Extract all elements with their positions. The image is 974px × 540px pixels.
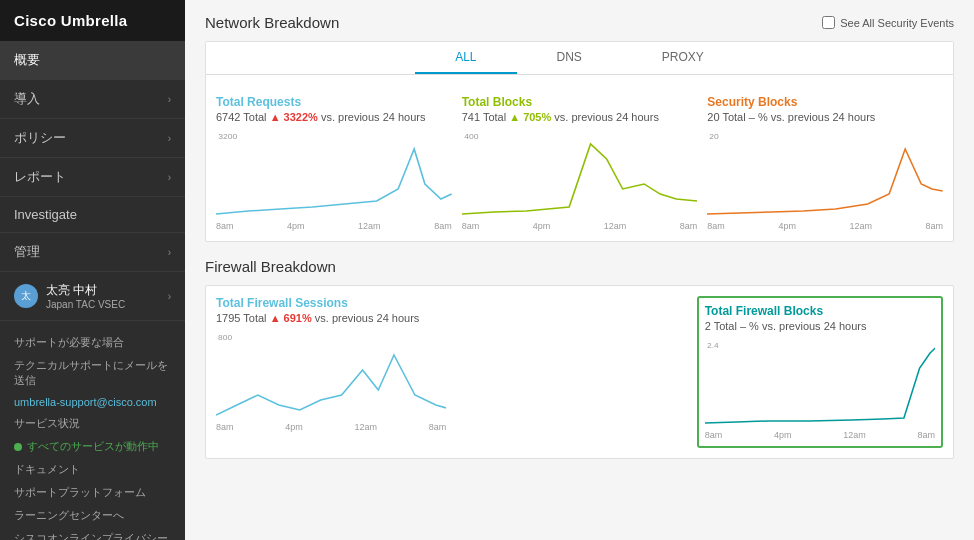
chart-xaxis-blocks: 8am 4pm 12am 8am (462, 219, 698, 231)
chart-stat-security: 20 Total – % vs. previous 24 hours (707, 111, 943, 123)
service-status: すべてのサービスが動作中 (14, 435, 171, 458)
privacy-link[interactable]: シスコオンラインプライバシーステートメント (14, 527, 171, 540)
chart-security-blocks: Security Blocks 20 Total – % vs. previou… (707, 95, 943, 231)
chart-xaxis-security: 8am 4pm 12am 8am (707, 219, 943, 231)
sidebar: Cisco Umbrella 概要 導入 › ポリシー › レポート › Inv… (0, 0, 185, 540)
chart-total-requests: Total Requests 6742 Total ▲ 3322% vs. pr… (216, 95, 452, 231)
avatar: 太 (14, 284, 38, 308)
sidebar-logo: Cisco Umbrella (0, 0, 185, 41)
chart-area-fw-sessions: 800 (216, 330, 446, 420)
technical-support-link[interactable]: テクニカルサポートにメールを送信 (14, 354, 171, 392)
chart-firewall-sessions: Total Firewall Sessions 1795 Total ▲ 691… (216, 296, 446, 448)
network-charts-grid: Total Requests 6742 Total ▲ 3322% vs. pr… (206, 85, 953, 231)
chart-area-security: 20 (707, 129, 943, 219)
firewall-breakdown-title: Firewall Breakdown (205, 258, 336, 275)
chart-spacer (456, 296, 686, 448)
chart-area-requests: 3200 (216, 129, 452, 219)
chart-stat-requests: 6742 Total ▲ 3322% vs. previous 24 hours (216, 111, 452, 123)
sidebar-item-admin[interactable]: 管理 › (0, 233, 185, 272)
learning-center-link[interactable]: ラーニングセンターへ (14, 504, 171, 527)
tab-dns[interactable]: DNS (517, 42, 622, 74)
sidebar-footer: サポートが必要な場合 テクニカルサポートにメールを送信 umbrella-sup… (0, 321, 185, 540)
svg-text:3200: 3200 (218, 132, 237, 141)
chart-label-security: Security Blocks (707, 95, 943, 109)
chevron-right-icon: › (168, 247, 171, 258)
chart-stat-blocks: 741 Total ▲ 705% vs. previous 24 hours (462, 111, 698, 123)
sidebar-user[interactable]: 太 太亮 中村 Japan TAC VSEC › (0, 272, 185, 321)
user-info: 太亮 中村 Japan TAC VSEC (46, 282, 168, 310)
chevron-right-icon: › (168, 94, 171, 105)
svg-text:20: 20 (709, 132, 719, 141)
see-all-security-events[interactable]: See All Security Events (822, 16, 954, 29)
chart-xaxis-fw-sessions: 8am 4pm 12am 8am (216, 420, 446, 432)
tab-proxy[interactable]: PROXY (622, 42, 744, 74)
chart-label-fw-sessions: Total Firewall Sessions (216, 296, 446, 310)
svg-text:400: 400 (464, 132, 479, 141)
chart-firewall-blocks: Total Firewall Blocks 2 Total – % vs. pr… (697, 296, 943, 448)
chart-xaxis-requests: 8am 4pm 12am 8am (216, 219, 452, 231)
firewall-breakdown-header: Firewall Breakdown (205, 258, 954, 275)
firewall-breakdown-section: Total Firewall Sessions 1795 Total ▲ 691… (205, 285, 954, 459)
main-content: Network Breakdown See All Security Event… (185, 0, 974, 540)
content-area: Network Breakdown See All Security Event… (185, 0, 974, 489)
user-name: 太亮 中村 (46, 282, 168, 299)
chevron-right-icon: › (168, 291, 171, 302)
chart-stat-fw-sessions: 1795 Total ▲ 691% vs. previous 24 hours (216, 312, 446, 324)
network-breakdown-section: ALL DNS PROXY Total Requests 6742 Total … (205, 41, 954, 242)
status-dot-icon (14, 443, 22, 451)
network-breakdown-title: Network Breakdown (205, 14, 339, 31)
sidebar-item-reports[interactable]: レポート › (0, 158, 185, 197)
sidebar-item-onboarding[interactable]: 導入 › (0, 80, 185, 119)
sidebar-item-label: ポリシー (14, 129, 66, 147)
user-sub: Japan TAC VSEC (46, 299, 168, 310)
support-platform-link[interactable]: サポートプラットフォーム (14, 481, 171, 504)
sidebar-item-label: 導入 (14, 90, 40, 108)
service-status-label: サービス状況 (14, 412, 171, 435)
chevron-right-icon: › (168, 133, 171, 144)
chart-label-fw-blocks: Total Firewall Blocks (705, 304, 935, 318)
chart-area-fw-blocks: 2.4 (705, 338, 935, 428)
sidebar-item-policy[interactable]: ポリシー › (0, 119, 185, 158)
tab-all[interactable]: ALL (415, 42, 516, 74)
support-email[interactable]: umbrella-support@cisco.com (14, 392, 171, 412)
chart-label-blocks: Total Blocks (462, 95, 698, 109)
network-tabs: ALL DNS PROXY (206, 42, 953, 75)
chart-label-requests: Total Requests (216, 95, 452, 109)
sidebar-item-investigate[interactable]: Investigate (0, 197, 185, 233)
see-all-label: See All Security Events (840, 17, 954, 29)
chart-area-blocks: 400 (462, 129, 698, 219)
chevron-right-icon: › (168, 172, 171, 183)
sidebar-item-overview[interactable]: 概要 (0, 41, 185, 80)
service-status-text: すべてのサービスが動作中 (27, 439, 159, 454)
svg-text:2.4: 2.4 (707, 341, 719, 350)
docs-link[interactable]: ドキュメント (14, 458, 171, 481)
chart-xaxis-fw-blocks: 8am 4pm 12am 8am (705, 428, 935, 440)
network-breakdown-header: Network Breakdown See All Security Event… (205, 14, 954, 31)
sidebar-item-label: 概要 (14, 51, 40, 69)
firewall-charts-grid: Total Firewall Sessions 1795 Total ▲ 691… (206, 286, 953, 448)
sidebar-item-label: 管理 (14, 243, 40, 261)
see-all-checkbox[interactable] (822, 16, 835, 29)
support-help-link[interactable]: サポートが必要な場合 (14, 331, 171, 354)
chart-stat-fw-blocks: 2 Total – % vs. previous 24 hours (705, 320, 935, 332)
chart-total-blocks: Total Blocks 741 Total ▲ 705% vs. previo… (462, 95, 698, 231)
svg-text:800: 800 (218, 333, 232, 342)
sidebar-item-label: レポート (14, 168, 66, 186)
